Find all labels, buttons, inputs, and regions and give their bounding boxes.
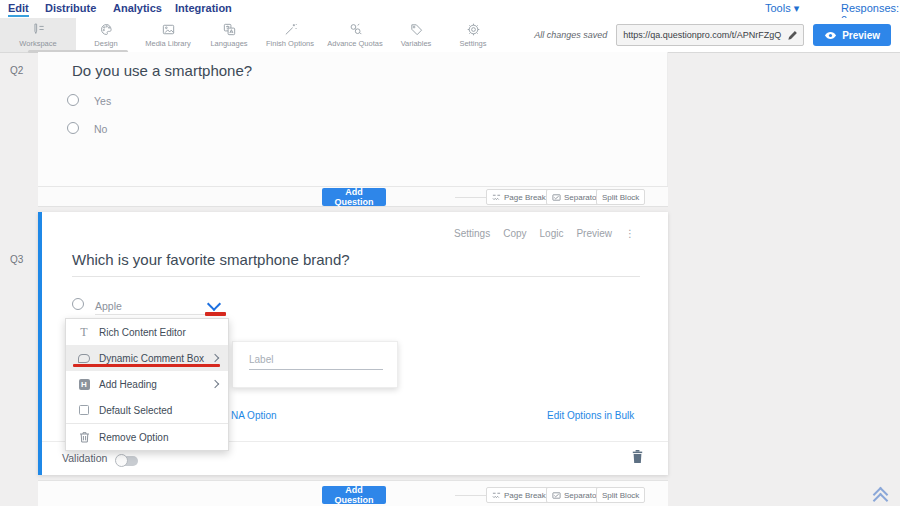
survey-url-input[interactable] [617, 30, 787, 40]
top-nav: Edit Distribute Analytics Integration To… [0, 0, 900, 19]
q3-title[interactable]: Which is your favorite smartphone brand? [72, 251, 350, 268]
q3-title-underline [72, 276, 640, 277]
toolbar-tab-media-library[interactable]: Media Library [136, 18, 200, 52]
question-number-q2: Q2 [10, 65, 23, 76]
toolbar-tab-settings[interactable]: Settings [444, 18, 502, 52]
add-question-bar-top: Add Question Page Break Separator Split … [38, 186, 668, 207]
add-question-bar-bottom: Add Question Page Break Separator Split … [38, 480, 668, 506]
validation-toggle[interactable] [117, 456, 138, 466]
menu-item-dynamic-comment-box[interactable]: Dynamic Comment Box [66, 345, 228, 371]
separator-icon [552, 491, 561, 500]
comment-box-label-panel [232, 341, 398, 388]
page-break-icon [492, 193, 501, 202]
add-question-button[interactable]: Add Question [322, 486, 386, 504]
survey-url-box [616, 24, 804, 46]
add-question-button[interactable]: Add Question [322, 188, 386, 206]
chevron-right-icon [211, 354, 219, 362]
text-icon: T [76, 326, 92, 338]
design-icon [99, 22, 114, 37]
finish-options-icon [283, 22, 298, 37]
split-block-button[interactable]: Split Block [596, 487, 645, 503]
variables-icon [409, 22, 424, 37]
survey-editor-page: Edit Distribute Analytics Integration To… [0, 0, 900, 506]
q3-preview-link[interactable]: Preview [576, 228, 612, 239]
q3-option-apple-label[interactable]: Apple [95, 300, 122, 312]
heading-icon: H [76, 379, 92, 390]
question-number-q3: Q3 [10, 254, 23, 265]
q2-option-no-radio[interactable] [67, 122, 79, 134]
trash-icon [76, 431, 92, 443]
annotation-underline-chevron [205, 312, 226, 316]
toolbar-tab-finish-options[interactable]: Finish Options [258, 18, 322, 52]
media-library-icon [161, 22, 176, 37]
page-break-icon [492, 491, 501, 500]
tools-menu[interactable]: Tools ▾ [765, 2, 799, 15]
q2-option-yes-label[interactable]: Yes [94, 95, 111, 107]
caret-down-icon: ▾ [794, 2, 800, 14]
languages-icon [222, 22, 237, 37]
q3-logic-link[interactable]: Logic [540, 228, 564, 239]
delete-question-trash-icon[interactable] [631, 449, 644, 468]
menu-item-add-heading[interactable]: H Add Heading [66, 371, 228, 397]
comment-icon [76, 354, 92, 363]
toggle-knob [115, 454, 128, 467]
nav-tab-analytics[interactable]: Analytics [113, 2, 162, 14]
edit-options-in-bulk-link[interactable]: Edit Options in Bulk [547, 410, 634, 421]
split-block-button[interactable]: Split Block [596, 189, 645, 205]
advance-quotas-icon [348, 22, 363, 37]
preview-button[interactable]: Preview [813, 24, 891, 46]
edit-url-pencil-icon[interactable] [787, 30, 798, 41]
page-break-button[interactable]: Page Break [486, 189, 552, 205]
nav-tab-distribute[interactable]: Distribute [45, 2, 96, 14]
annotation-underline-menu-item [73, 364, 220, 367]
q2-option-no-label[interactable]: No [94, 123, 107, 135]
kebab-menu-icon[interactable]: ⋮ [625, 229, 635, 239]
q3-copy-link[interactable]: Copy [503, 228, 526, 239]
eye-icon [824, 31, 837, 40]
q3-option-underline [95, 314, 207, 315]
q2-title[interactable]: Do you use a smartphone? [72, 62, 252, 79]
q3-header-links: Settings Copy Logic Preview ⋮ [430, 228, 635, 239]
nav-tab-integration[interactable]: Integration [175, 2, 232, 14]
toolbar-tab-advance-quotas[interactable]: Advance Quotas [322, 18, 388, 52]
q3-settings-link[interactable]: Settings [454, 228, 490, 239]
separator-icon [552, 193, 561, 202]
chevron-right-icon [211, 380, 219, 388]
na-option-link[interactable]: NA Option [231, 410, 277, 421]
question-card-q2: Do you use a smartphone? Yes No [38, 52, 668, 186]
toolbar-tabs: Workspace Design Media Library Languages [0, 18, 502, 52]
settings-icon [466, 22, 481, 37]
scroll-to-top-button[interactable] [872, 487, 890, 505]
nav-tab-edit[interactable]: Edit [8, 2, 29, 17]
menu-item-rich-content-editor[interactable]: T Rich Content Editor [66, 319, 228, 345]
q2-option-yes-radio[interactable] [67, 94, 79, 106]
option-context-menu: T Rich Content Editor Dynamic Comment Bo… [65, 318, 229, 451]
menu-item-remove-option[interactable]: Remove Option [66, 423, 228, 450]
q3-option-apple-radio[interactable] [72, 298, 84, 310]
toolbar-tab-design[interactable]: Design [76, 18, 136, 52]
toolbar-tab-variables[interactable]: Variables [388, 18, 444, 52]
comment-label-input[interactable] [249, 352, 383, 370]
validation-label: Validation [62, 452, 107, 464]
editor-toolbar: Workspace Design Media Library Languages [0, 18, 900, 53]
checkbox-icon [76, 405, 92, 415]
menu-item-default-selected[interactable]: Default Selected [66, 397, 228, 423]
toolbar-right: All changes saved Preview [534, 18, 891, 52]
workspace-icon [31, 22, 46, 37]
page-break-button[interactable]: Page Break [486, 487, 552, 503]
toolbar-tab-languages[interactable]: Languages [200, 18, 258, 52]
autosave-status: All changes saved [534, 30, 607, 40]
toolbar-tab-workspace[interactable]: Workspace [0, 18, 76, 52]
